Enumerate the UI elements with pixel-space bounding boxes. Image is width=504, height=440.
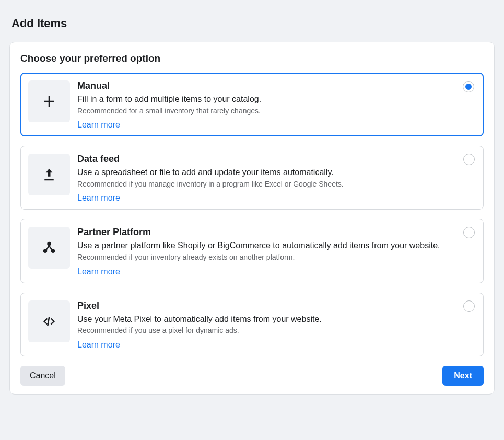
option-title: Manual (77, 80, 458, 91)
option-body: Data feed Use a spreadsheet or file to a… (77, 154, 475, 203)
code-icon (28, 300, 70, 342)
options-card: Choose your preferred option Manual Fill… (9, 42, 495, 395)
option-title: Partner Platform (77, 227, 458, 238)
page-title: Add Items (11, 17, 495, 30)
option-partner-platform[interactable]: Partner Platform Use a partner platform … (20, 219, 484, 283)
option-recommendation: Recommended if you manage inventory in a… (77, 179, 458, 190)
upload-icon (28, 154, 70, 195)
network-icon (28, 227, 70, 269)
option-description: Use a partner platform like Shopify or B… (77, 240, 458, 251)
svg-point-0 (47, 242, 51, 246)
option-body: Pixel Use your Meta Pixel to automatical… (77, 300, 475, 350)
radio-button[interactable] (463, 300, 475, 312)
option-recommendation: Recommended for a small inventory that r… (77, 106, 458, 117)
footer: Cancel Next (20, 366, 484, 386)
learn-more-link[interactable]: Learn more (77, 340, 120, 349)
cancel-button[interactable]: Cancel (20, 366, 65, 386)
learn-more-link[interactable]: Learn more (77, 120, 120, 129)
plus-icon (28, 80, 70, 122)
option-manual[interactable]: Manual Fill in a form to add multiple it… (20, 73, 484, 136)
option-recommendation: Recommended if you use a pixel for dynam… (77, 326, 458, 336)
option-description: Fill in a form to add multiple items to … (77, 94, 458, 105)
learn-more-link[interactable]: Learn more (77, 267, 120, 276)
option-description: Use your Meta Pixel to automatically add… (77, 314, 458, 325)
next-button[interactable]: Next (442, 366, 484, 386)
option-body: Manual Fill in a form to add multiple it… (77, 80, 475, 130)
option-title: Data feed (77, 154, 458, 165)
option-title: Pixel (77, 300, 458, 311)
option-recommendation: Recommended if your inventory already ex… (77, 252, 458, 263)
radio-button[interactable] (463, 81, 474, 92)
card-title: Choose your preferred option (20, 53, 484, 64)
option-description: Use a spreadsheet or file to add and upd… (77, 167, 458, 178)
option-body: Partner Platform Use a partner platform … (77, 227, 475, 276)
option-data-feed[interactable]: Data feed Use a spreadsheet or file to a… (20, 146, 484, 210)
option-pixel[interactable]: Pixel Use your Meta Pixel to automatical… (20, 293, 484, 356)
learn-more-link[interactable]: Learn more (77, 193, 120, 202)
